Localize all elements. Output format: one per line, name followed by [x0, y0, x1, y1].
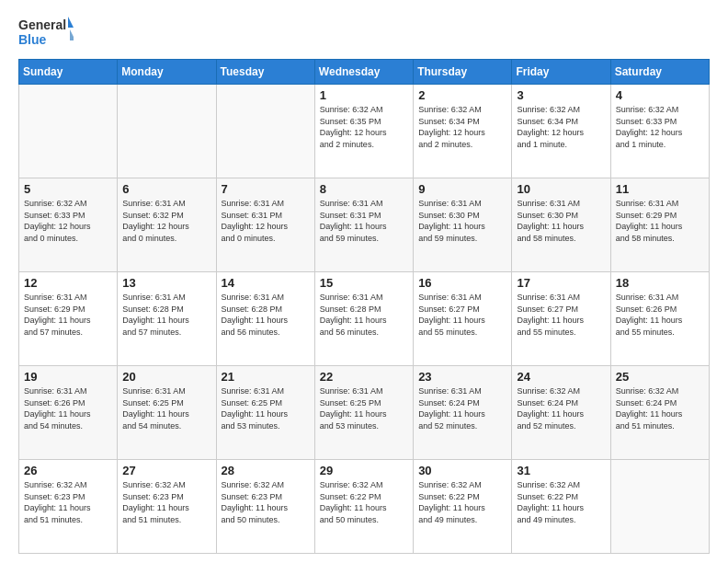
calendar-table: SundayMondayTuesdayWednesdayThursdayFrid… [18, 59, 710, 554]
calendar-cell: 6Sunrise: 6:31 AM Sunset: 6:32 PM Daylig… [118, 178, 216, 272]
calendar-header-monday: Monday [118, 60, 216, 85]
day-number: 25 [616, 370, 704, 384]
day-info: Sunrise: 6:31 AM Sunset: 6:25 PM Dayligh… [320, 385, 408, 431]
day-number: 12 [24, 276, 112, 290]
day-info: Sunrise: 6:31 AM Sunset: 6:25 PM Dayligh… [222, 385, 310, 431]
day-number: 8 [320, 182, 408, 196]
day-number: 17 [517, 276, 605, 290]
day-info: Sunrise: 6:32 AM Sunset: 6:23 PM Dayligh… [122, 479, 210, 525]
day-number: 27 [122, 464, 210, 477]
calendar-cell: 17Sunrise: 6:31 AM Sunset: 6:27 PM Dayli… [512, 272, 610, 366]
calendar-cell: 30Sunrise: 6:32 AM Sunset: 6:22 PM Dayli… [414, 460, 512, 554]
calendar-header-saturday: Saturday [610, 60, 709, 85]
calendar-week-2: 5Sunrise: 6:32 AM Sunset: 6:33 PM Daylig… [19, 178, 710, 272]
calendar-cell: 21Sunrise: 6:31 AM Sunset: 6:25 PM Dayli… [216, 366, 314, 460]
day-number: 4 [616, 88, 704, 102]
day-info: Sunrise: 6:31 AM Sunset: 6:31 PM Dayligh… [222, 198, 310, 244]
calendar-cell: 4Sunrise: 6:32 AM Sunset: 6:33 PM Daylig… [610, 85, 709, 178]
day-info: Sunrise: 6:32 AM Sunset: 6:33 PM Dayligh… [24, 198, 112, 244]
day-number: 16 [418, 276, 506, 290]
day-info: Sunrise: 6:32 AM Sunset: 6:33 PM Dayligh… [616, 104, 704, 150]
day-info: Sunrise: 6:31 AM Sunset: 6:27 PM Dayligh… [418, 292, 506, 338]
day-number: 3 [517, 88, 605, 102]
calendar-cell: 5Sunrise: 6:32 AM Sunset: 6:33 PM Daylig… [19, 178, 118, 272]
day-number: 21 [222, 370, 310, 384]
day-info: Sunrise: 6:32 AM Sunset: 6:22 PM Dayligh… [418, 479, 506, 525]
day-info: Sunrise: 6:31 AM Sunset: 6:28 PM Dayligh… [320, 292, 408, 338]
day-info: Sunrise: 6:31 AM Sunset: 6:32 PM Dayligh… [122, 198, 210, 244]
day-number: 26 [24, 464, 112, 477]
calendar-cell: 9Sunrise: 6:31 AM Sunset: 6:30 PM Daylig… [414, 178, 512, 272]
day-info: Sunrise: 6:31 AM Sunset: 6:27 PM Dayligh… [517, 292, 605, 338]
calendar-header-friday: Friday [512, 60, 610, 85]
calendar-week-5: 26Sunrise: 6:32 AM Sunset: 6:23 PM Dayli… [19, 460, 710, 554]
day-info: Sunrise: 6:32 AM Sunset: 6:23 PM Dayligh… [24, 479, 112, 525]
calendar-header-thursday: Thursday [414, 60, 512, 85]
day-number: 2 [418, 88, 506, 102]
day-info: Sunrise: 6:32 AM Sunset: 6:23 PM Dayligh… [222, 479, 310, 525]
day-number: 15 [320, 276, 408, 290]
day-info: Sunrise: 6:32 AM Sunset: 6:24 PM Dayligh… [616, 385, 704, 431]
calendar-cell: 14Sunrise: 6:31 AM Sunset: 6:28 PM Dayli… [216, 272, 314, 366]
calendar-cell: 2Sunrise: 6:32 AM Sunset: 6:34 PM Daylig… [414, 85, 512, 178]
calendar-cell: 25Sunrise: 6:32 AM Sunset: 6:24 PM Dayli… [610, 366, 709, 460]
calendar-cell: 29Sunrise: 6:32 AM Sunset: 6:22 PM Dayli… [314, 460, 413, 554]
svg-text:General: General [18, 17, 66, 32]
calendar-cell: 7Sunrise: 6:31 AM Sunset: 6:31 PM Daylig… [216, 178, 314, 272]
day-number: 11 [616, 182, 704, 196]
day-info: Sunrise: 6:31 AM Sunset: 6:25 PM Dayligh… [122, 385, 210, 431]
day-number: 31 [517, 464, 605, 477]
day-number: 22 [320, 370, 408, 384]
calendar-cell: 10Sunrise: 6:31 AM Sunset: 6:30 PM Dayli… [512, 178, 610, 272]
day-number: 1 [320, 88, 408, 102]
day-number: 23 [418, 370, 506, 384]
calendar-cell: 11Sunrise: 6:31 AM Sunset: 6:29 PM Dayli… [610, 178, 709, 272]
day-info: Sunrise: 6:32 AM Sunset: 6:34 PM Dayligh… [517, 104, 605, 150]
day-number: 14 [222, 276, 310, 290]
calendar-header-sunday: Sunday [19, 60, 118, 85]
day-number: 28 [222, 464, 310, 477]
day-number: 24 [517, 370, 605, 384]
calendar-header-wednesday: Wednesday [314, 60, 413, 85]
calendar-cell: 16Sunrise: 6:31 AM Sunset: 6:27 PM Dayli… [414, 272, 512, 366]
calendar-cell: 28Sunrise: 6:32 AM Sunset: 6:23 PM Dayli… [216, 460, 314, 554]
day-number: 30 [418, 464, 506, 477]
calendar-cell: 27Sunrise: 6:32 AM Sunset: 6:23 PM Dayli… [118, 460, 216, 554]
calendar-cell: 18Sunrise: 6:31 AM Sunset: 6:26 PM Dayli… [610, 272, 709, 366]
calendar-cell: 31Sunrise: 6:32 AM Sunset: 6:22 PM Dayli… [512, 460, 610, 554]
page: General Blue SundayMondayTuesdayWednesda… [0, 0, 728, 563]
calendar-cell [610, 460, 709, 554]
day-number: 19 [24, 370, 112, 384]
calendar-cell: 24Sunrise: 6:32 AM Sunset: 6:24 PM Dayli… [512, 366, 610, 460]
day-number: 13 [122, 276, 210, 290]
calendar-header-row: SundayMondayTuesdayWednesdayThursdayFrid… [19, 60, 710, 85]
svg-text:Blue: Blue [18, 32, 47, 47]
calendar-cell [216, 85, 314, 178]
svg-marker-2 [68, 17, 74, 28]
calendar-cell [118, 85, 216, 178]
logo-svg: General Blue [18, 15, 74, 50]
day-info: Sunrise: 6:31 AM Sunset: 6:24 PM Dayligh… [418, 385, 506, 431]
calendar-week-1: 1Sunrise: 6:32 AM Sunset: 6:35 PM Daylig… [19, 85, 710, 178]
day-info: Sunrise: 6:31 AM Sunset: 6:28 PM Dayligh… [222, 292, 310, 338]
calendar-cell: 13Sunrise: 6:31 AM Sunset: 6:28 PM Dayli… [118, 272, 216, 366]
day-info: Sunrise: 6:31 AM Sunset: 6:29 PM Dayligh… [616, 198, 704, 244]
calendar-header-tuesday: Tuesday [216, 60, 314, 85]
day-info: Sunrise: 6:31 AM Sunset: 6:28 PM Dayligh… [122, 292, 210, 338]
calendar-week-3: 12Sunrise: 6:31 AM Sunset: 6:29 PM Dayli… [19, 272, 710, 366]
calendar-cell: 23Sunrise: 6:31 AM Sunset: 6:24 PM Dayli… [414, 366, 512, 460]
calendar-cell: 22Sunrise: 6:31 AM Sunset: 6:25 PM Dayli… [314, 366, 413, 460]
calendar-cell: 19Sunrise: 6:31 AM Sunset: 6:26 PM Dayli… [19, 366, 118, 460]
calendar-cell: 8Sunrise: 6:31 AM Sunset: 6:31 PM Daylig… [314, 178, 413, 272]
day-number: 9 [418, 182, 506, 196]
day-number: 10 [517, 182, 605, 196]
calendar-cell: 20Sunrise: 6:31 AM Sunset: 6:25 PM Dayli… [118, 366, 216, 460]
calendar-week-4: 19Sunrise: 6:31 AM Sunset: 6:26 PM Dayli… [19, 366, 710, 460]
day-info: Sunrise: 6:32 AM Sunset: 6:35 PM Dayligh… [320, 104, 408, 150]
day-info: Sunrise: 6:32 AM Sunset: 6:22 PM Dayligh… [517, 479, 605, 525]
day-info: Sunrise: 6:32 AM Sunset: 6:34 PM Dayligh… [418, 104, 506, 150]
day-number: 5 [24, 182, 112, 196]
day-info: Sunrise: 6:31 AM Sunset: 6:30 PM Dayligh… [418, 198, 506, 244]
calendar-cell: 12Sunrise: 6:31 AM Sunset: 6:29 PM Dayli… [19, 272, 118, 366]
calendar-cell: 3Sunrise: 6:32 AM Sunset: 6:34 PM Daylig… [512, 85, 610, 178]
